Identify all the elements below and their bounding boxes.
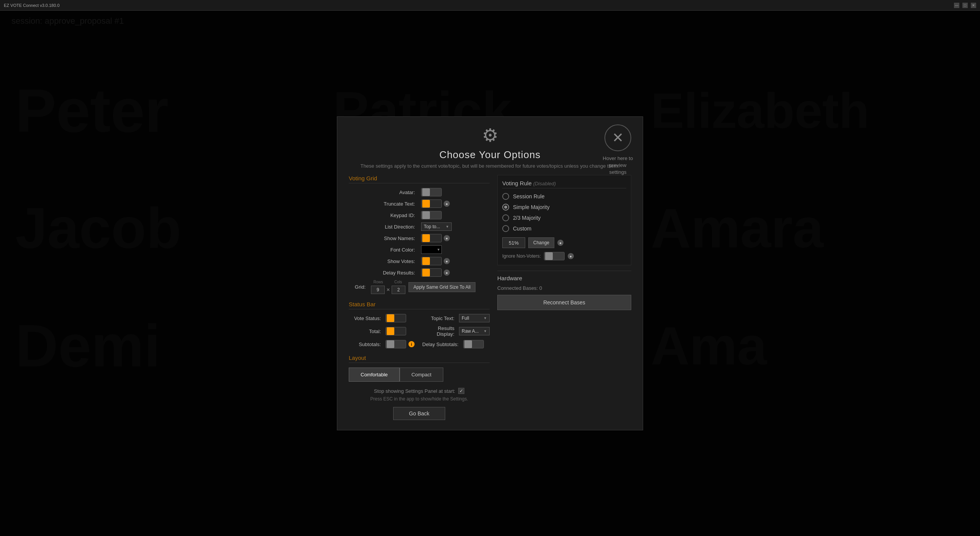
- voting-rule-section: Voting Rule (Disabled) Session Rule Simp…: [497, 175, 631, 265]
- ignore-non-voters-row: Ignore Non-Voters: ●: [502, 252, 626, 260]
- delay-subtotals-right: Delay Subtotals:: [422, 340, 490, 348]
- voting-rule-title: Voting Rule (Disabled): [502, 180, 626, 188]
- total-toggle[interactable]: [385, 327, 406, 335]
- results-display-right: Results Display: Raw A... ▼: [422, 325, 490, 337]
- keypad-control: [421, 211, 490, 219]
- results-display-label: Results Display:: [422, 325, 457, 337]
- close-button[interactable]: ✕: [604, 124, 631, 151]
- apply-grid-button[interactable]: Apply Same Grid Size To All: [408, 282, 475, 292]
- change-button[interactable]: Change: [528, 237, 554, 248]
- results-display-arrow: ▼: [483, 329, 487, 333]
- radio-label-twothirds: 2/3 Majority: [513, 215, 541, 221]
- show-names-toggle[interactable]: [421, 234, 442, 242]
- show-votes-info-icon[interactable]: ●: [444, 258, 450, 264]
- truncate-toggle[interactable]: [421, 199, 442, 208]
- comfortable-button[interactable]: Comfortable: [349, 368, 400, 382]
- voting-grid-section: Voting Grid Avatar: Truncate Text:: [349, 175, 490, 294]
- delay-results-toggle[interactable]: [421, 268, 442, 277]
- keypad-toggle[interactable]: [421, 211, 442, 219]
- keypad-label: Keypad ID:: [349, 212, 417, 218]
- subtotals-toggle[interactable]: [385, 340, 406, 348]
- vote-status-left: Vote Status:: [349, 314, 415, 322]
- delay-subtotals-toggle[interactable]: [463, 340, 484, 348]
- title-bar-text: EZ VOTE Connect v3.0.180.0: [4, 3, 60, 8]
- layout-buttons: Comfortable Compact: [349, 368, 490, 382]
- delay-subtotals-label: Delay Subtotals:: [422, 342, 461, 347]
- reconnect-button[interactable]: Reconnect Bases: [497, 295, 631, 310]
- radio-two-thirds[interactable]: 2/3 Majority: [502, 214, 626, 221]
- list-direction-label: List Direction:: [349, 224, 417, 230]
- vote-status-toggle[interactable]: [385, 314, 406, 322]
- radio-label-simple: Simple Majority: [513, 204, 550, 210]
- show-names-info-icon[interactable]: ●: [444, 235, 450, 241]
- total-thumb: [387, 327, 394, 335]
- percentage-input[interactable]: [502, 237, 525, 248]
- radio-circle-custom: [502, 225, 509, 232]
- minimize-button[interactable]: —: [954, 3, 959, 8]
- font-color-control: ▼: [421, 245, 490, 254]
- avatar-toggle[interactable]: [421, 188, 442, 196]
- disabled-text: (Disabled): [533, 181, 556, 186]
- go-back-button[interactable]: Go Back: [393, 407, 445, 420]
- radio-custom[interactable]: Custom: [502, 225, 626, 232]
- topic-text-right: Topic Text: Full ▼: [422, 314, 490, 322]
- ignore-non-voters-thumb: [545, 252, 553, 260]
- voting-rule-radio-group: Session Rule Simple Majority 2/3 Majorit…: [502, 193, 626, 232]
- keypad-toggle-thumb: [422, 211, 430, 219]
- subtotals-left: Subtotals: i: [349, 340, 415, 348]
- truncate-label: Truncate Text:: [349, 201, 417, 207]
- compact-button[interactable]: Compact: [400, 368, 443, 382]
- subtotals-info-icon[interactable]: i: [408, 341, 415, 347]
- stop-showing-row: Stop showing Settings Panel at start: ✓: [349, 388, 490, 394]
- close-window-button[interactable]: ✕: [971, 3, 976, 8]
- show-names-label: Show Names:: [349, 235, 417, 241]
- layout-section: Layout Comfortable Compact: [349, 355, 490, 382]
- vote-status-thumb: [387, 314, 394, 322]
- truncate-toggle-thumb: [422, 200, 430, 208]
- close-icon: ✕: [612, 130, 624, 146]
- radio-session-rule[interactable]: Session Rule: [502, 193, 626, 200]
- radio-circle-twothirds: [502, 214, 509, 221]
- list-direction-dropdown[interactable]: Top to... ▼: [421, 222, 452, 231]
- cols-header: Cols: [391, 280, 405, 284]
- grid-label: Grid:: [349, 284, 368, 290]
- show-votes-toggle[interactable]: [421, 257, 442, 265]
- grid-headers: Rows Cols: [371, 280, 405, 284]
- grid-size-container: Rows Cols ✕: [371, 280, 405, 294]
- list-direction-value: Top to...: [424, 224, 440, 229]
- title-bar: EZ VOTE Connect v3.0.180.0 — □ ✕: [0, 0, 980, 11]
- radio-circle-simple: [502, 204, 509, 211]
- truncate-info-icon[interactable]: ●: [444, 201, 450, 207]
- delay-results-info-icon[interactable]: ●: [444, 270, 450, 276]
- grid-cols-input[interactable]: [392, 286, 405, 294]
- modal-overlay: ✕ Hover here to preview settings ⚙ Choos…: [0, 11, 980, 536]
- grid-rows-input[interactable]: [371, 286, 385, 294]
- title-bar-buttons: — □ ✕: [954, 3, 976, 8]
- results-display-dropdown[interactable]: Raw A... ▼: [459, 327, 490, 335]
- delay-subtotals-thumb: [464, 340, 472, 348]
- ignore-info-icon[interactable]: ●: [568, 253, 574, 259]
- list-direction-control: Top to... ▼: [421, 222, 490, 231]
- pct-info-icon[interactable]: ●: [557, 240, 564, 246]
- ignore-non-voters-toggle[interactable]: [544, 252, 565, 260]
- panel-subtitle: These settings apply to the current vote…: [349, 163, 631, 169]
- radio-simple-majority[interactable]: Simple Majority: [502, 204, 626, 211]
- panel-header: ⚙ Choose Your Options These settings app…: [349, 124, 631, 169]
- maximize-button[interactable]: □: [962, 3, 968, 8]
- font-color-swatch[interactable]: ▼: [421, 245, 442, 254]
- right-column: Voting Rule (Disabled) Session Rule Simp…: [497, 175, 631, 420]
- stop-showing-checkbox[interactable]: ✓: [458, 388, 464, 394]
- panel-title: Choose Your Options: [349, 149, 631, 161]
- esc-hint: Press ESC in the app to show/hide the Se…: [349, 396, 490, 402]
- left-column: Voting Grid Avatar: Truncate Text:: [349, 175, 490, 420]
- layout-title: Layout: [349, 355, 490, 363]
- avatar-control: [421, 188, 490, 196]
- bottom-area: Stop showing Settings Panel at start: ✓ …: [349, 388, 490, 420]
- topic-text-label: Topic Text:: [422, 315, 457, 321]
- voting-grid-form: Avatar: Truncate Text: ●: [349, 188, 490, 277]
- total-label: Total:: [349, 328, 383, 334]
- radio-circle-session: [502, 193, 509, 200]
- topic-text-dropdown[interactable]: Full ▼: [459, 314, 490, 322]
- ignore-non-voters-label: Ignore Non-Voters:: [502, 253, 541, 259]
- results-display-value: Raw A...: [462, 328, 479, 334]
